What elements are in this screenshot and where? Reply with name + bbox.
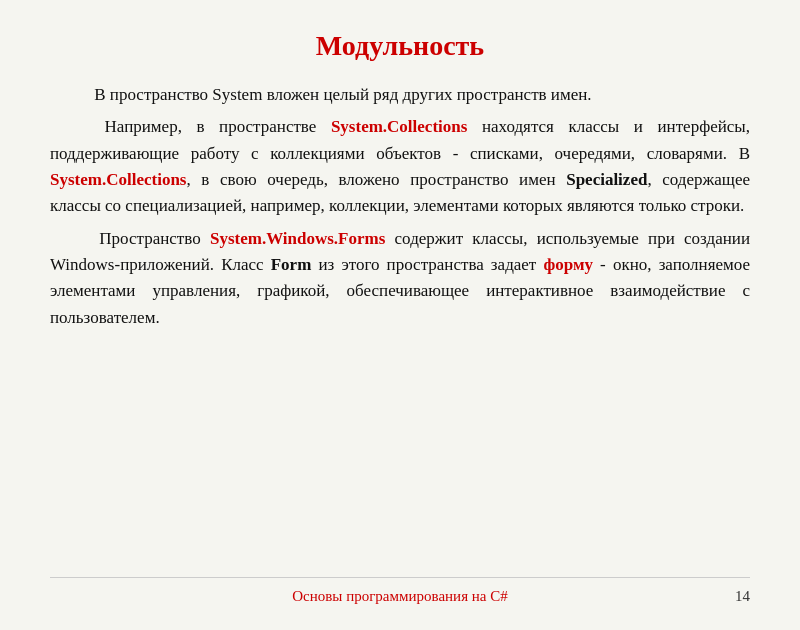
paragraph-2: Например, в пространстве System.Collecti… bbox=[50, 114, 750, 219]
p2-text-1: Например, в пространстве bbox=[105, 117, 331, 136]
footer-page-number: 14 bbox=[735, 588, 750, 605]
paragraph-3: Пространство System.Windows.Forms содерж… bbox=[50, 226, 750, 331]
paragraph-1: В пространство System вложен целый ряд д… bbox=[50, 82, 750, 108]
p3-text-3: из этого пространства задает bbox=[311, 255, 543, 274]
p3-highlight-1: System.Windows.Forms bbox=[210, 229, 385, 248]
slide-title: Модульность bbox=[50, 30, 750, 62]
slide-footer: Основы программирования на C# 14 bbox=[50, 577, 750, 610]
p2-highlight-3: Specialized bbox=[566, 170, 647, 189]
p3-highlight-2: Form bbox=[271, 255, 312, 274]
p2-text-3: , в свою очередь, вложено пространство и… bbox=[186, 170, 566, 189]
p3-text-1: Пространство bbox=[99, 229, 210, 248]
footer-text: Основы программирования на C# bbox=[292, 588, 507, 605]
p3-highlight-3: форму bbox=[543, 255, 593, 274]
p1-text: В пространство System вложен целый ряд д… bbox=[94, 85, 591, 104]
slide: Модульность В пространство System вложен… bbox=[0, 0, 800, 630]
p2-highlight-1: System.Collections bbox=[331, 117, 467, 136]
p2-highlight-2: System.Collections bbox=[50, 170, 186, 189]
slide-content: В пространство System вложен целый ряд д… bbox=[50, 82, 750, 577]
